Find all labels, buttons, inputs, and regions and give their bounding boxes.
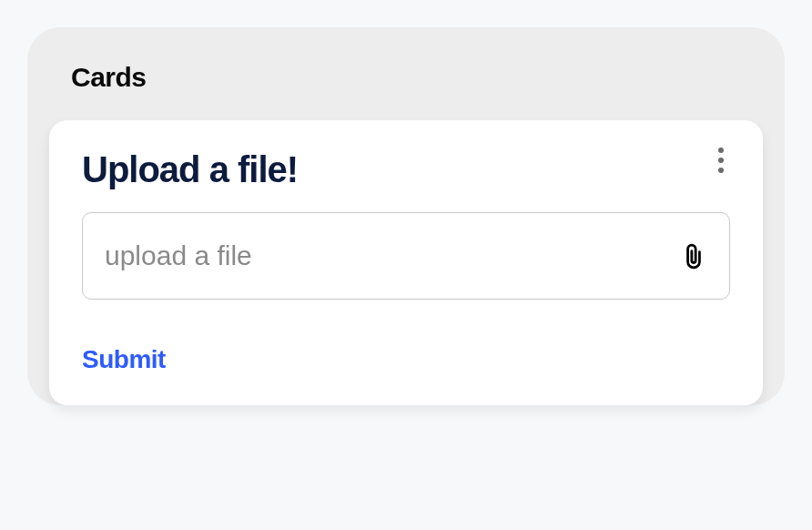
file-input-row — [82, 212, 730, 300]
card-actions: Submit — [82, 345, 730, 374]
upload-card: Upload a file! Submit — [49, 120, 763, 405]
submit-button[interactable]: Submit — [82, 345, 166, 374]
card-title: Upload a file! — [82, 149, 730, 190]
panel-title: Cards — [71, 62, 741, 93]
panel-header: Cards — [27, 27, 785, 120]
more-vertical-icon[interactable] — [708, 146, 734, 175]
paperclip-icon[interactable] — [680, 240, 707, 271]
cards-panel: Cards Upload a file! Submit — [27, 27, 785, 405]
file-input[interactable] — [105, 240, 680, 271]
